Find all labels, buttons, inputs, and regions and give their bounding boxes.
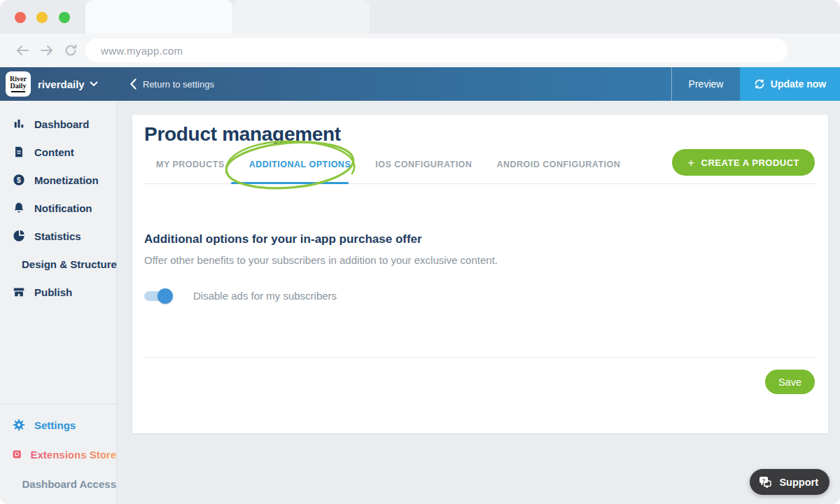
forward-arrow-icon: [38, 42, 55, 59]
account-name: riverdaily: [38, 78, 85, 90]
tab-bar: MY PRODUCTS ADDITIONAL OPTIONS IOS CONFI…: [156, 160, 620, 169]
refresh-button[interactable]: [63, 42, 80, 59]
update-now-button[interactable]: Update now: [740, 67, 840, 101]
extension-icon: [13, 448, 21, 461]
pie-chart-icon: [13, 230, 25, 242]
logo-rule: [11, 91, 25, 92]
tab-my-products[interactable]: MY PRODUCTS: [156, 160, 225, 169]
section-heading: Additional options for your in-app purch…: [144, 232, 422, 246]
browser-navbar: www.myapp.com: [0, 34, 840, 67]
toggle-knob: [158, 288, 173, 304]
bell-icon: [13, 202, 25, 214]
sidebar-item-content[interactable]: Content: [0, 138, 116, 166]
sidebar: Dashboard Content $ Monetization Notific…: [0, 101, 117, 504]
tab-android-configuration[interactable]: ANDROID CONFIGURATION: [496, 160, 620, 169]
sidebar-label: Dashboard Access: [22, 478, 116, 490]
gear-icon: [13, 419, 25, 431]
app-top-bar: River Daily riverdaily Return to setting…: [0, 67, 840, 101]
disable-ads-toggle[interactable]: [144, 291, 171, 301]
tab-additional-options[interactable]: ADDITIONAL OPTIONS: [249, 160, 351, 169]
create-product-label: CREATE A PRODUCT: [701, 158, 799, 168]
bar-chart-icon: [13, 118, 25, 130]
sidebar-item-monetization[interactable]: $ Monetization: [0, 166, 116, 194]
active-tab-underline: [231, 182, 349, 184]
storefront-icon: [13, 286, 25, 298]
main-content: Product management MY PRODUCTS ADDITIONA…: [117, 101, 840, 504]
tab-ios-configuration[interactable]: IOS CONFIGURATION: [375, 160, 472, 169]
section-description: Offer other benefits to your subscribers…: [144, 254, 498, 266]
sidebar-item-dashboard-access[interactable]: Dashboard Access: [0, 469, 116, 498]
sidebar-label: Settings: [34, 419, 76, 431]
preview-button[interactable]: Preview: [672, 67, 740, 101]
page-title: Product management: [144, 123, 341, 146]
minimize-window-button[interactable]: [36, 12, 48, 23]
create-product-button[interactable]: + CREATE A PRODUCT: [672, 149, 815, 176]
sidebar-label: Statistics: [34, 230, 81, 242]
browser-tab-strip: [0, 0, 840, 34]
sidebar-label: Content: [34, 146, 74, 158]
maximize-window-button[interactable]: [59, 12, 70, 23]
sidebar-label: Design & Structure: [22, 258, 117, 270]
sidebar-divider: [0, 404, 116, 405]
product-management-card: Product management MY PRODUCTS ADDITIONA…: [132, 115, 828, 433]
sidebar-item-statistics[interactable]: Statistics: [0, 222, 116, 250]
svg-text:$: $: [17, 176, 21, 184]
chat-help-icon: ?: [758, 475, 774, 489]
update-now-label: Update now: [771, 78, 826, 90]
sidebar-item-dashboard[interactable]: Dashboard: [0, 110, 116, 138]
sidebar-label: Publish: [34, 286, 72, 298]
sidebar-label: Dashboard: [34, 118, 89, 130]
chevron-left-icon: [130, 78, 136, 90]
return-to-settings-link[interactable]: Return to settings: [130, 67, 214, 101]
forward-button[interactable]: [38, 42, 55, 59]
browser-window: www.myapp.com River Daily riverdaily Ret…: [0, 0, 840, 504]
account-switcher[interactable]: riverdaily: [38, 67, 98, 101]
logo-line-2: Daily: [10, 83, 27, 90]
url-text: www.myapp.com: [101, 45, 183, 57]
sidebar-label: Extensions Store: [30, 449, 116, 461]
sidebar-item-notification[interactable]: Notification: [0, 194, 116, 222]
document-icon: [13, 146, 25, 158]
sidebar-label: Notification: [34, 202, 92, 214]
riverdaily-logo: River Daily: [6, 71, 31, 97]
toggle-label: Disable ads for my subscribers: [193, 290, 337, 302]
dollar-circle-icon: $: [13, 174, 25, 186]
close-window-button[interactable]: [15, 12, 26, 23]
support-button[interactable]: ? Support: [750, 469, 830, 495]
refresh-icon: [63, 43, 78, 58]
sidebar-footer: Settings Extensions Store Dashboard Acce…: [0, 404, 116, 504]
sidebar-item-extensions-store[interactable]: Extensions Store: [0, 440, 116, 469]
sidebar-item-design-structure[interactable]: Design & Structure: [0, 250, 116, 278]
sidebar-label: Monetization: [34, 174, 99, 186]
chevron-down-icon: [90, 81, 98, 87]
return-to-settings-label: Return to settings: [143, 79, 214, 90]
toggle-row: Disable ads for my subscribers: [144, 290, 337, 302]
svg-text:?: ?: [762, 477, 766, 483]
browser-tab-inactive[interactable]: [233, 0, 370, 34]
back-button[interactable]: [14, 42, 31, 59]
plus-icon: +: [687, 157, 694, 169]
support-label: Support: [779, 477, 818, 488]
card-divider: [144, 357, 816, 358]
sidebar-item-publish[interactable]: Publish: [0, 278, 116, 306]
sidebar-item-settings[interactable]: Settings: [0, 410, 116, 440]
browser-tab-active[interactable]: [85, 0, 232, 34]
back-arrow-icon: [14, 42, 31, 59]
address-bar[interactable]: www.myapp.com: [85, 38, 788, 62]
save-button[interactable]: Save: [765, 370, 815, 394]
sync-icon: [754, 78, 765, 90]
